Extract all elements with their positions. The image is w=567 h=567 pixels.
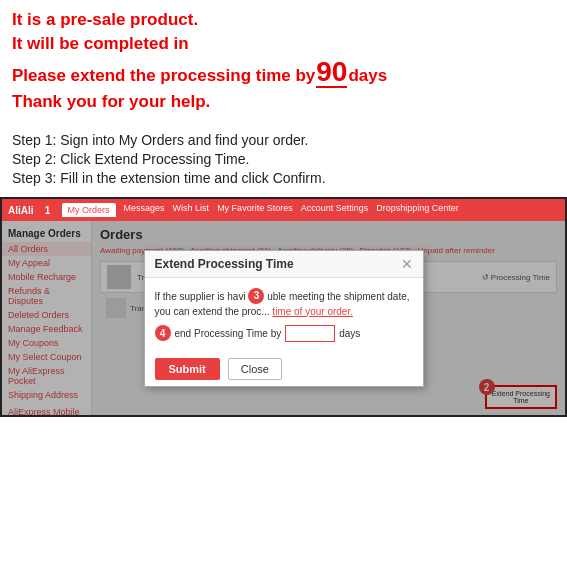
step-badge-1: 1: [40, 202, 56, 218]
step1: Step 1: Sign into My Orders and find you…: [12, 132, 555, 148]
close-button[interactable]: Close: [228, 358, 282, 380]
nav-link-wishlist[interactable]: Wish List: [173, 203, 210, 217]
step3: Step 3: Fill in the extension time and c…: [12, 170, 555, 186]
modal-footer: Submit Close: [145, 352, 423, 386]
extend-modal: Extend Processing Time ✕ If the supplier…: [144, 250, 424, 387]
ali-nav-bar: AliAli 1 My Orders Messages Wish List My…: [2, 199, 565, 221]
modal-body: If the supplier is havi 3 uble meeting t…: [145, 278, 423, 352]
ali-nav-links: My Orders Messages Wish List My Favorite…: [62, 203, 459, 217]
line3-suffix: days: [348, 66, 387, 86]
line3-text: Please extend the processing time by 90 …: [12, 58, 555, 88]
days-number: 90: [316, 58, 347, 88]
step-badge-4: 4: [155, 325, 171, 341]
steps-section: Step 1: Sign into My Orders and find you…: [0, 128, 567, 197]
days-label: days: [339, 326, 360, 341]
nav-link-favorites[interactable]: My Favorite Stores: [217, 203, 293, 217]
line4-text: Thank you for your help.: [12, 92, 555, 112]
screenshot-area: AliAli 1 My Orders Messages Wish List My…: [0, 197, 567, 417]
line2-text: It will be completed in: [12, 34, 555, 54]
input-prefix: end Processing Time by: [175, 326, 282, 341]
nav-link-dropshipping[interactable]: Dropshipping Center: [376, 203, 459, 217]
step-badge-3: 3: [248, 288, 264, 304]
extension-days-input[interactable]: [285, 325, 335, 342]
modal-body-text: If the supplier is havi 3 uble meeting t…: [155, 288, 413, 319]
nav-tab-myorders[interactable]: My Orders: [62, 203, 116, 217]
ali-logo: AliAli: [8, 205, 34, 216]
modal-overlay: Extend Processing Time ✕ If the supplier…: [2, 221, 565, 415]
line1-text: It is a pre-sale product.: [12, 10, 555, 30]
nav-link-account[interactable]: Account Settings: [301, 203, 369, 217]
line3-prefix: Please extend the processing time by: [12, 66, 315, 86]
nav-link-messages[interactable]: Messages: [124, 203, 165, 217]
message-section: It is a pre-sale product. It will be com…: [0, 0, 567, 128]
modal-input-row: 4 end Processing Time by days: [155, 325, 413, 342]
modal-header: Extend Processing Time ✕: [145, 251, 423, 278]
step2: Step 2: Click Extend Processing Time.: [12, 151, 555, 167]
modal-close-icon[interactable]: ✕: [401, 257, 413, 271]
submit-button[interactable]: Submit: [155, 358, 220, 380]
modal-title: Extend Processing Time: [155, 257, 294, 271]
